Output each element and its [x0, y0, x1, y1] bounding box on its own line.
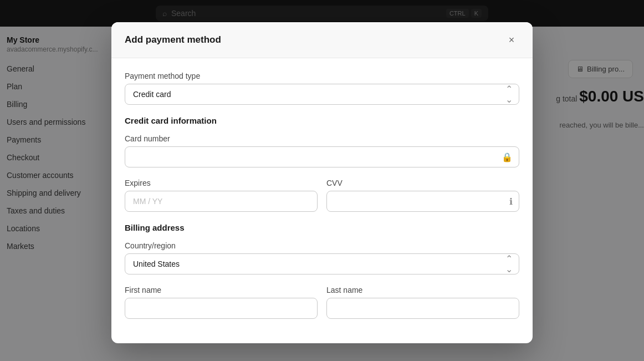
last-name-input[interactable] — [326, 298, 519, 319]
name-row: First name Last name — [125, 286, 519, 330]
last-name-wrapper — [326, 298, 519, 319]
first-name-label: First name — [125, 286, 318, 294]
add-payment-modal: Add payment method × Payment method type… — [111, 22, 533, 343]
cvv-label: CVV — [326, 179, 519, 187]
modal-body: Payment method type Credit card ⌃⌄ Credi… — [111, 58, 533, 343]
credit-card-section-title: Credit card information — [125, 116, 519, 125]
expires-label: Expires — [125, 179, 318, 187]
last-name-group: Last name — [326, 286, 519, 330]
modal-title: Add payment method — [125, 34, 221, 45]
expires-cvv-row: Expires CVV ℹ — [125, 179, 519, 223]
payment-method-type-group: Payment method type Credit card ⌃⌄ — [125, 72, 519, 105]
card-number-group: Card number 🔒 — [125, 134, 519, 167]
cvv-group: CVV ℹ — [326, 179, 519, 223]
country-select[interactable]: United States — [125, 253, 519, 274]
info-icon: ℹ — [509, 196, 513, 207]
last-name-label: Last name — [326, 286, 519, 294]
expires-group: Expires — [125, 179, 318, 223]
card-number-label: Card number — [125, 134, 519, 143]
cvv-input[interactable] — [326, 191, 519, 212]
payment-method-select-wrapper: Credit card ⌃⌄ — [125, 84, 519, 105]
first-name-group: First name — [125, 286, 318, 330]
payment-method-type-label: Payment method type — [125, 72, 519, 80]
modal-header: Add payment method × — [111, 22, 533, 58]
cvv-wrapper: ℹ — [326, 191, 519, 212]
card-number-wrapper: 🔒 — [125, 146, 519, 167]
first-name-wrapper — [125, 298, 318, 319]
close-button[interactable]: × — [504, 32, 519, 48]
country-region-label: Country/region — [125, 241, 519, 250]
payment-method-select[interactable]: Credit card — [125, 84, 519, 105]
first-name-input[interactable] — [125, 298, 318, 319]
billing-address-section-title: Billing address — [125, 223, 519, 232]
card-number-input[interactable] — [125, 146, 519, 167]
lock-icon: 🔒 — [502, 152, 513, 162]
expires-wrapper — [125, 191, 318, 212]
country-region-group: Country/region United States ⌃⌄ — [125, 241, 519, 274]
country-select-wrapper: United States ⌃⌄ — [125, 253, 519, 274]
expires-input[interactable] — [125, 191, 318, 212]
